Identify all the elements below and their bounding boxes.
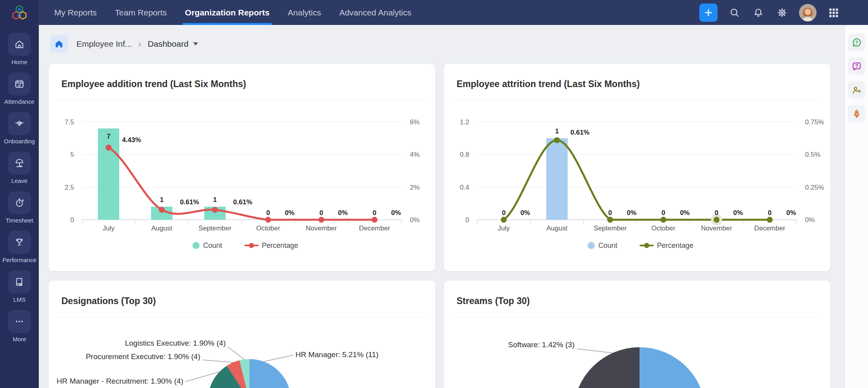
chart-legend: CountPercentage — [588, 242, 693, 249]
pie-slice-software[interactable] — [573, 347, 640, 388]
point-october[interactable] — [265, 217, 271, 223]
sidebar-item-timesheet[interactable]: Timesheet — [6, 191, 33, 224]
sidebar-item-label: More — [13, 336, 26, 342]
point-september[interactable] — [212, 207, 218, 213]
tab-my-reports[interactable]: My Reports — [54, 0, 97, 25]
svg-text:July: July — [498, 224, 510, 232]
sidebar-item-attendance[interactable]: Attendance — [4, 72, 34, 105]
legend-count[interactable]: Count — [588, 242, 617, 249]
svg-text:0.61%: 0.61% — [180, 198, 199, 206]
svg-text:Procurement Executive: 1.90% (: Procurement Executive: 1.90% (4) — [86, 352, 200, 361]
employee-addition-trend-chart[interactable]: 00%2.52%54%7.56%JulyAugustSeptemberOctob… — [49, 64, 435, 271]
point-november[interactable] — [318, 217, 324, 223]
point-july[interactable] — [106, 145, 112, 150]
svg-text:October: October — [651, 224, 676, 232]
point-november[interactable] — [714, 217, 720, 223]
streams-card: Streams (Top 30) Software: 1.42% (3) — [444, 281, 830, 388]
gear-icon — [777, 7, 788, 18]
module-sidebar: HomeAttendanceOnboardingLeaveTimesheetPe… — [0, 25, 39, 388]
point-august[interactable] — [159, 207, 165, 213]
svg-text:0.61%: 0.61% — [233, 198, 252, 206]
svg-text:September: September — [198, 224, 231, 232]
sidebar-item-home[interactable]: Home — [8, 33, 31, 65]
settings-button[interactable] — [775, 6, 789, 19]
employee-attrition-trend-chart[interactable]: 00%0.40.25%0.80.5%1.20.75%JulyAugustSept… — [444, 64, 830, 271]
point-december[interactable] — [767, 217, 773, 223]
apps-menu-button[interactable] — [827, 6, 840, 19]
breadcrumb-page-dropdown[interactable]: Dashboard — [148, 39, 198, 49]
point-september[interactable] — [607, 217, 613, 223]
svg-text:0: 0 — [266, 209, 270, 217]
topnav-actions — [699, 0, 840, 25]
handshake-icon — [14, 118, 25, 129]
tab-label: Organization Reports — [185, 8, 270, 17]
svg-text:0.4: 0.4 — [460, 184, 469, 191]
tab-team-reports[interactable]: Team Reports — [115, 0, 167, 25]
breadcrumb-home-button[interactable] — [50, 35, 68, 53]
tab-advanced-analytics[interactable]: Advanced Analytics — [339, 0, 411, 25]
pie-slice-hr-manager[interactable] — [249, 359, 289, 388]
svg-text:?: ? — [855, 63, 858, 68]
sidebar-item-leave[interactable]: Leave — [8, 152, 31, 184]
sidebar-tile — [8, 112, 31, 135]
svg-text:0%: 0% — [338, 209, 348, 217]
bar-july[interactable] — [98, 128, 119, 220]
sidebar-item-onboarding[interactable]: Onboarding — [4, 112, 35, 145]
svg-text:6%: 6% — [410, 118, 420, 126]
svg-text:August: August — [151, 224, 172, 232]
profile-avatar[interactable] — [799, 4, 817, 21]
svg-text:7.5: 7.5 — [65, 118, 74, 126]
svg-text:November: November — [701, 224, 732, 232]
umbrella-icon — [14, 158, 25, 169]
svg-text:0: 0 — [373, 209, 376, 217]
sidebar-item-more[interactable]: More — [8, 310, 31, 342]
point-august[interactable] — [554, 137, 560, 143]
tab-label: Team Reports — [115, 8, 167, 17]
home-icon — [54, 39, 64, 49]
point-july[interactable] — [501, 217, 507, 223]
svg-text:0.25%: 0.25% — [805, 184, 824, 191]
svg-text:0: 0 — [466, 216, 469, 224]
referral-icon — [851, 85, 862, 95]
sidebar-item-performance[interactable]: Performance — [2, 231, 36, 263]
svg-text:0%: 0% — [627, 209, 637, 217]
pie-slice-unlabeled[interactable] — [640, 347, 706, 388]
percentage-line — [108, 148, 375, 220]
active-tab-underline — [183, 23, 272, 25]
svg-text:Software: 1.42% (3): Software: 1.42% (3) — [508, 340, 575, 349]
svg-text:Count: Count — [203, 242, 222, 249]
breadcrumb-module[interactable]: Employee Inf... — [76, 39, 132, 49]
sidebar-item-lms[interactable]: LMS — [8, 270, 31, 303]
tab-organization-reports[interactable]: Organization Reports — [185, 0, 270, 25]
svg-text:HR Manager: 5.21% (11): HR Manager: 5.21% (11) — [295, 350, 379, 359]
referral-button[interactable] — [848, 81, 865, 99]
search-button[interactable] — [728, 6, 741, 19]
svg-text:?: ? — [855, 40, 858, 45]
point-october[interactable] — [661, 217, 666, 223]
help-button[interactable]: ? — [848, 34, 865, 51]
legend-percentage[interactable]: Percentage — [640, 242, 693, 249]
plus-icon — [703, 8, 714, 18]
zoho-people-logo[interactable] — [0, 0, 39, 25]
notifications-button[interactable] — [752, 6, 765, 19]
faq-button[interactable]: ? — [848, 57, 865, 75]
bar-august[interactable] — [546, 138, 568, 220]
sidebar-item-label: Attendance — [4, 98, 34, 105]
card-title-divider — [453, 100, 821, 101]
svg-text:1: 1 — [160, 196, 164, 204]
create-button[interactable] — [699, 4, 718, 22]
point-december[interactable] — [371, 217, 377, 223]
whats-new-button[interactable] — [848, 105, 865, 122]
svg-text:2%: 2% — [410, 184, 420, 191]
svg-text:August: August — [546, 224, 567, 232]
legend-percentage[interactable]: Percentage — [245, 242, 298, 249]
chart-legend: CountPercentage — [192, 242, 298, 249]
tab-analytics[interactable]: Analytics — [288, 0, 321, 25]
svg-text:7: 7 — [107, 133, 110, 140]
svg-text:July: July — [103, 224, 115, 232]
svg-text:HR Manager - Recruitment: 1.90: HR Manager - Recruitment: 1.90% (4) — [57, 377, 183, 385]
svg-text:0: 0 — [715, 209, 718, 217]
chevron-down-icon — [193, 42, 198, 46]
legend-count[interactable]: Count — [192, 242, 222, 249]
svg-text:Count: Count — [598, 242, 617, 249]
